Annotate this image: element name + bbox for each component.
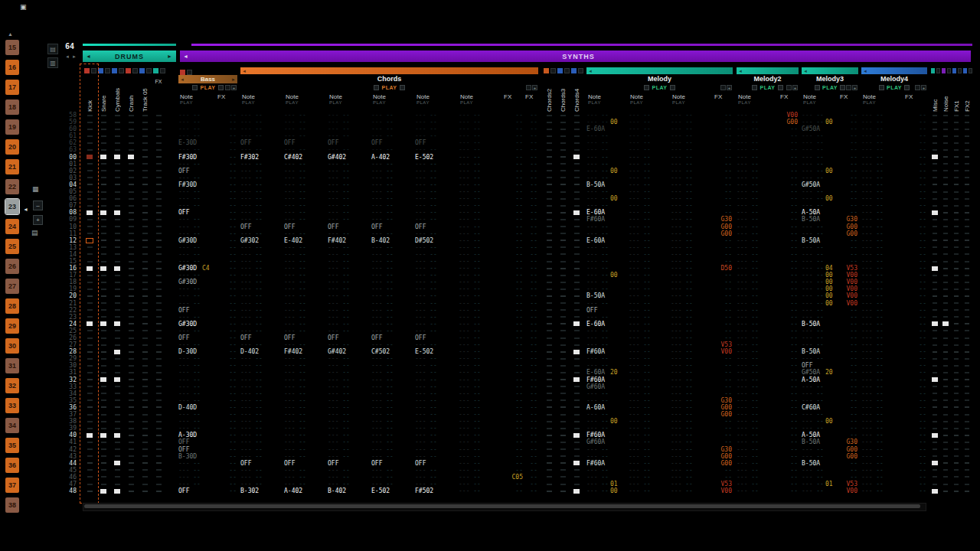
pattern-row[interactable] bbox=[929, 404, 940, 411]
note-cell[interactable]: --- -- bbox=[415, 209, 459, 216]
pattern-row[interactable] bbox=[124, 209, 138, 216]
note-cell[interactable]: --- -- bbox=[371, 112, 415, 119]
pattern-row[interactable] bbox=[951, 292, 962, 299]
note-cell[interactable]: --- -- bbox=[178, 132, 216, 139]
note-cell[interactable]: --- -- bbox=[737, 265, 779, 272]
pattern-row[interactable]: --- ---- bbox=[737, 146, 799, 153]
fx-cell[interactable]: -- bbox=[779, 328, 799, 334]
note-cell[interactable]: --- -- bbox=[371, 300, 415, 307]
pattern-row[interactable] bbox=[962, 348, 972, 355]
pattern-row[interactable]: --- ---- bbox=[861, 230, 927, 237]
pattern-row[interactable] bbox=[152, 348, 165, 355]
pattern-row[interactable]: --- ----- ----- ----- ----- ----- ------ bbox=[240, 195, 538, 202]
pattern-row[interactable] bbox=[83, 258, 96, 265]
pattern-row[interactable] bbox=[951, 146, 962, 153]
pattern-row[interactable] bbox=[124, 237, 138, 244]
pattern-row[interactable] bbox=[951, 216, 962, 223]
pattern-row[interactable] bbox=[951, 126, 962, 132]
pattern-row[interactable] bbox=[83, 139, 96, 146]
pattern-row[interactable] bbox=[962, 321, 972, 328]
pattern-row[interactable] bbox=[929, 195, 940, 202]
pattern-row[interactable]: F#60A--- ----- ---- bbox=[586, 432, 733, 439]
pattern-row[interactable] bbox=[83, 300, 96, 307]
note-cell[interactable]: OFF bbox=[240, 334, 284, 341]
track-name[interactable]: Melody3 bbox=[802, 75, 858, 83]
fx-cell[interactable]: -- bbox=[502, 272, 524, 279]
pattern-row[interactable] bbox=[110, 132, 124, 139]
fx-cell[interactable]: -- bbox=[502, 244, 524, 251]
pattern-row[interactable] bbox=[124, 202, 138, 209]
note-cell[interactable]: --- -- bbox=[629, 355, 671, 362]
note-cell[interactable]: --- -- bbox=[371, 418, 415, 425]
fx-cell[interactable]: -- bbox=[903, 237, 927, 244]
pattern-row[interactable] bbox=[951, 230, 962, 237]
fx-cell[interactable]: -- bbox=[216, 174, 237, 181]
pattern-row[interactable]: --- ---- bbox=[861, 307, 927, 314]
pattern-row[interactable] bbox=[124, 418, 138, 425]
pattern-row[interactable]: --- ----- ----- ---- bbox=[586, 334, 733, 341]
fx-cell[interactable]: -- bbox=[903, 328, 927, 334]
pattern-row[interactable] bbox=[83, 397, 96, 404]
pattern-row[interactable] bbox=[951, 209, 962, 216]
note-cell[interactable]: --- -- bbox=[737, 292, 779, 299]
pattern-row[interactable] bbox=[96, 181, 110, 188]
note-cell[interactable]: --- --00 bbox=[586, 487, 629, 494]
pattern-row[interactable] bbox=[940, 292, 951, 299]
pattern-row[interactable]: --- ----- ----- --G30 bbox=[586, 397, 733, 404]
pattern-row[interactable]: --- ---- bbox=[178, 230, 237, 237]
note-cell[interactable]: --- --00 bbox=[586, 195, 629, 202]
note-cell[interactable]: --- -- bbox=[802, 244, 838, 251]
note-cell[interactable]: --- -- bbox=[861, 369, 903, 376]
pattern-row[interactable] bbox=[929, 481, 940, 487]
note-cell[interactable]: --- -- bbox=[671, 132, 713, 139]
pattern-row[interactable] bbox=[556, 230, 570, 237]
pattern-row[interactable] bbox=[570, 119, 583, 126]
pattern-row[interactable] bbox=[570, 377, 583, 383]
pattern-row[interactable] bbox=[570, 154, 583, 161]
pattern-row[interactable] bbox=[542, 418, 556, 425]
pattern-row[interactable]: --- ---- bbox=[737, 279, 799, 285]
fx-cell[interactable]: -- bbox=[903, 146, 927, 153]
dock-icon-1[interactable]: ▤ bbox=[47, 44, 58, 54]
mute-toggle[interactable] bbox=[180, 70, 185, 75]
pattern-row[interactable] bbox=[570, 307, 583, 314]
note-cell[interactable]: OFF bbox=[178, 446, 216, 453]
pattern-row[interactable] bbox=[152, 202, 165, 209]
note-cell[interactable]: --- -- bbox=[586, 188, 629, 195]
fx-cell[interactable]: -- bbox=[779, 279, 799, 285]
pattern-row[interactable] bbox=[556, 237, 570, 244]
pattern-row[interactable] bbox=[940, 161, 951, 168]
note-cell[interactable]: --- -- bbox=[459, 126, 502, 132]
note-cell[interactable]: --- -- bbox=[861, 292, 903, 299]
fx-cell[interactable]: -- bbox=[838, 362, 858, 369]
note-cell[interactable]: --- -- bbox=[586, 146, 629, 153]
note-cell[interactable]: --- -- bbox=[629, 119, 671, 126]
note-cell[interactable]: OFF bbox=[284, 223, 328, 230]
pattern-row[interactable] bbox=[96, 146, 110, 153]
pattern-row[interactable]: --- ----- ----- ----- ----- ----- ------ bbox=[240, 119, 538, 126]
pattern-row[interactable] bbox=[929, 132, 940, 139]
pattern-row[interactable] bbox=[542, 432, 556, 439]
slot-scroll-up-icon[interactable]: ▲ bbox=[8, 31, 13, 37]
pattern-row[interactable] bbox=[152, 453, 165, 460]
fx-cell[interactable]: -- bbox=[903, 230, 927, 237]
pattern-row[interactable]: --- ---- bbox=[178, 112, 237, 119]
fx-cell[interactable]: -- bbox=[838, 168, 858, 174]
pattern-row[interactable] bbox=[124, 258, 138, 265]
note-cell[interactable]: --- -- bbox=[371, 328, 415, 334]
pattern-row[interactable] bbox=[556, 321, 570, 328]
fx-cell[interactable]: -- bbox=[779, 404, 799, 411]
pattern-row[interactable]: --- ----- ----- --G00 bbox=[586, 411, 733, 418]
pattern-row[interactable]: --- --V00 bbox=[802, 487, 858, 494]
track-label[interactable]: Track 05 bbox=[142, 77, 149, 112]
fx-cell[interactable]: -- bbox=[713, 279, 733, 285]
play-button[interactable]: PLAY bbox=[887, 85, 902, 90]
pattern-row[interactable] bbox=[962, 369, 972, 376]
note-cell[interactable]: --- -- bbox=[737, 341, 779, 348]
fx-cell[interactable]: -- bbox=[713, 251, 733, 258]
pattern-row[interactable] bbox=[940, 216, 951, 223]
fx-cell[interactable]: -- bbox=[524, 168, 538, 174]
note-cell[interactable]: --- -- bbox=[802, 202, 838, 209]
pattern-row[interactable] bbox=[96, 154, 110, 161]
pattern-row[interactable] bbox=[110, 279, 124, 285]
